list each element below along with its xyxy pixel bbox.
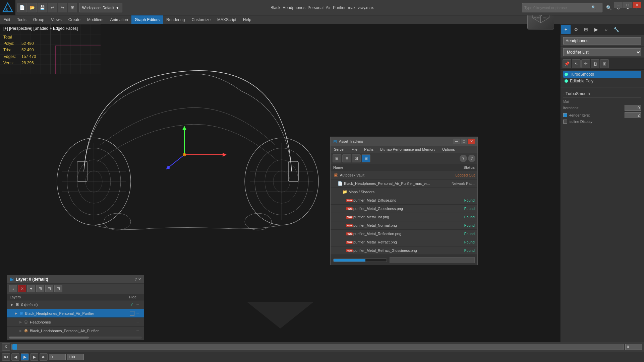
rp-icon-modify[interactable]: ⚙ [571, 25, 581, 34]
open-file-btn[interactable]: 📂 [27, 3, 37, 12]
frame-input[interactable] [625, 344, 642, 350]
asset-row-maps[interactable]: 📁 Maps / Shaders [331, 188, 477, 196]
asset-menu-server[interactable]: Server [331, 146, 348, 153]
asset-tool-2[interactable]: ≡ [342, 154, 351, 162]
asset-help-btn-1[interactable]: ? [460, 155, 467, 162]
menu-help[interactable]: Help [240, 15, 255, 24]
menu-graph-editors[interactable]: Graph Editors [131, 15, 163, 24]
asset-row-glossiness[interactable]: PNG purifier_Metal_Glossiness.png Found [331, 205, 477, 213]
asset-tool-4[interactable]: ⊞ [362, 154, 370, 162]
layer-check-0[interactable]: ✓ [129, 302, 134, 307]
layer-tool-sort[interactable]: ↕ [9, 285, 17, 292]
undo-btn[interactable]: ↩ [48, 3, 57, 12]
asset-minimize-btn[interactable]: ─ [453, 139, 460, 144]
render-iters-input[interactable] [625, 112, 641, 118]
layer-expand-0[interactable]: ▶ [10, 302, 14, 307]
layer-expand-3[interactable]: ▶ [18, 329, 23, 333]
layer-row-headphones[interactable]: ▶ ⊞ Black_Headphones_Personal_Air_Purifi… [7, 309, 144, 318]
rp-icon-motion[interactable]: ▶ [591, 25, 601, 34]
menu-views[interactable]: Views [48, 15, 65, 24]
rp-pin-btn[interactable]: 📌 [563, 59, 571, 68]
asset-menu-paths[interactable]: Paths [361, 146, 377, 153]
layer-panel-header[interactable]: ⊞ Layer: 0 (default) ? ✕ [7, 275, 144, 284]
frame-end-input[interactable] [67, 354, 84, 360]
save-file-btn[interactable]: 💾 [38, 3, 47, 12]
restore-btn[interactable]: □ [623, 2, 632, 8]
menu-create[interactable]: Create [65, 15, 84, 24]
rp-select-btn[interactable]: ↖ [572, 59, 581, 68]
asset-row-diffuse[interactable]: PNG purifier_Metal_Diffuse.png Found [331, 196, 477, 205]
menu-maxscript[interactable]: MAXScript [214, 15, 240, 24]
viewport-layout-btn[interactable]: ⊞ [68, 3, 77, 12]
minimize-btn[interactable]: ─ [614, 2, 623, 8]
tl-play-btn[interactable]: ▶ [21, 353, 29, 361]
asset-help-btn-2[interactable]: ? [468, 155, 475, 162]
layer-expand-1[interactable]: ▶ [14, 311, 18, 316]
rp-icon-hierarchy[interactable]: ⊞ [581, 25, 591, 34]
tl-next-frame-btn[interactable]: ⏭ [40, 353, 48, 361]
menu-tools[interactable]: Tools [14, 15, 30, 24]
asset-row-normal[interactable]: PNG purifier_Metal_Normal.png Found [331, 221, 477, 230]
layer-row-default[interactable]: ▶ ⊞ 0 (default) ✓ ··· [7, 300, 144, 309]
menu-modifiers[interactable]: Modifiers [84, 15, 107, 24]
rp-icon-create[interactable]: ✦ [561, 25, 571, 34]
layer-panel-help-btn[interactable]: ? [135, 277, 137, 281]
asset-row-ior[interactable]: PNG purifier_Metal_Ior.png Found [331, 213, 477, 221]
rp-icon-utility[interactable]: 🔧 [611, 25, 621, 34]
render-iters-checkbox[interactable] [563, 113, 567, 117]
asset-restore-btn[interactable]: □ [461, 139, 467, 144]
tl-prev-frame-btn[interactable]: ⏮ [2, 353, 10, 361]
modifier-select[interactable]: Modifier List [563, 48, 641, 56]
frame-start-input[interactable] [49, 354, 66, 360]
asset-panel-titlebar[interactable]: ⊞ Asset Tracking ─ □ ✕ [331, 137, 477, 146]
asset-tool-1[interactable]: ⊞ [333, 154, 341, 162]
asset-row-file[interactable]: 📄 Black_Headphones_Personal_Air_Purifier… [331, 179, 477, 188]
rp-icon-display[interactable]: ○ [601, 25, 611, 34]
redo-btn[interactable]: ↪ [58, 3, 67, 12]
layer-expand-2[interactable]: ▶ [18, 320, 23, 324]
search-icon[interactable]: 🔍 [591, 5, 596, 10]
rp-move-btn[interactable]: ✛ [581, 59, 590, 68]
layer-tool-filter3[interactable]: ⊡ [54, 285, 62, 292]
asset-row-refract-gloss[interactable]: PNG purifier_Metal_Refract_Glossiness.pn… [331, 246, 477, 255]
menu-rendering[interactable]: Rendering [163, 15, 188, 24]
modifier-editable-poly[interactable]: Editable Poly [563, 78, 641, 84]
layer-square-1[interactable] [130, 311, 134, 316]
rp-delete-btn[interactable]: 🗑 [591, 59, 599, 68]
tl-next-btn[interactable]: ▶ [30, 353, 38, 361]
menu-group[interactable]: Group [30, 15, 48, 24]
asset-tool-3[interactable]: ⊡ [352, 154, 361, 162]
asset-menu-file[interactable]: File [348, 146, 361, 153]
asset-close-btn[interactable]: ✕ [468, 139, 475, 144]
close-btn[interactable]: ✕ [633, 2, 641, 8]
layer-panel-close-btn[interactable]: ✕ [138, 277, 141, 282]
layer-row-purifier-obj[interactable]: ▶ 📦 Black_Headphones_Personal_Air_Purifi… [7, 327, 144, 335]
tl-prev-btn[interactable]: ◀ [11, 353, 19, 361]
asset-row-vault[interactable]: 🏛 Autodesk Vault Logged Out [331, 171, 477, 179]
new-file-btn[interactable]: 📄 [17, 3, 27, 12]
asset-row-reflection[interactable]: PNG purifier_Metal_Reflection.png Found [331, 230, 477, 238]
iterations-input[interactable] [625, 105, 641, 111]
layer-tool-filter1[interactable]: ⊞ [36, 285, 44, 292]
layer-tool-delete[interactable]: ✕ [18, 285, 26, 292]
obj-name-input[interactable] [563, 37, 641, 45]
asset-menu-options[interactable]: Options [439, 146, 458, 153]
layer-tool-filter2[interactable]: ⊟ [45, 285, 53, 292]
modifier-turbosmooth[interactable]: TurboSmooth [563, 71, 641, 78]
asset-menu-bitmap[interactable]: Bitmap Performance and Memory [377, 146, 438, 153]
app-logo[interactable]: 3 [0, 0, 15, 15]
menu-animation[interactable]: Animation [107, 15, 131, 24]
menu-customize[interactable]: Customize [188, 15, 214, 24]
layer-scrollbar[interactable] [9, 337, 142, 339]
rp-config-btn[interactable]: ⊞ [600, 59, 609, 68]
isoline-checkbox[interactable] [563, 120, 567, 124]
timeline-slider[interactable] [11, 344, 624, 350]
workspace-selector[interactable]: Workspace: Default ▼ [79, 3, 122, 12]
layer-row-headphones-obj[interactable]: ▶ 🎧 Headphones ··· [7, 318, 144, 327]
layer-tool-add[interactable]: + [27, 285, 35, 292]
tl-key-mode-btn[interactable]: K [2, 343, 10, 351]
asset-input-bottom[interactable] [390, 257, 475, 263]
search-input[interactable] [524, 6, 591, 10]
asset-row-refract[interactable]: PNG purifier_Metal_Refract.png Found [331, 238, 477, 246]
menu-edit[interactable]: Edit [0, 15, 14, 24]
